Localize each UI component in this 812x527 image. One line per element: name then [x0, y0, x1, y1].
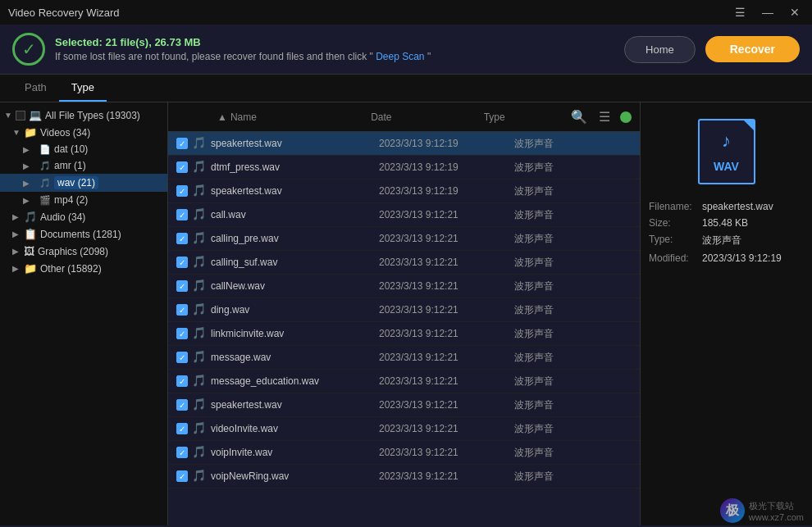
- file-type-icon: 📄: [39, 144, 51, 155]
- file-checkbox[interactable]: ✓: [176, 304, 188, 316]
- file-type: 波形声音: [514, 303, 613, 317]
- expand-icon[interactable]: ▶: [23, 145, 31, 154]
- window-controls: ☰ — ✕: [731, 4, 804, 20]
- expand-icon[interactable]: ▶: [23, 196, 31, 205]
- filename-label: Filename:: [649, 201, 702, 212]
- expand-icon[interactable]: ▶: [12, 247, 21, 256]
- file-checkbox[interactable]: ✓: [176, 447, 188, 458]
- type-label: Type:: [649, 234, 702, 248]
- table-row[interactable]: ✓🎵message_education.wav2023/3/13 9:12:21…: [168, 370, 640, 393]
- recover-button[interactable]: Recover: [705, 36, 800, 62]
- tab-type[interactable]: Type: [59, 75, 107, 102]
- table-row[interactable]: ✓🎵calling_suf.wav2023/3/13 9:12:21波形声音: [168, 251, 640, 275]
- expand-icon[interactable]: ▶: [23, 179, 31, 188]
- tree-item-label: dat (10): [54, 143, 88, 155]
- file-preview-icon: ♪ WAV: [698, 119, 755, 184]
- table-row[interactable]: ✓🎵linkmicinvite.wav2023/3/13 9:12:21波形声音: [168, 322, 640, 346]
- table-row[interactable]: ✓🎵calling_pre.wav2023/3/13 9:12:21波形声音: [168, 227, 640, 251]
- folder-icon: 📁: [24, 126, 37, 139]
- expand-icon[interactable]: ▶: [12, 264, 21, 273]
- file-checkbox[interactable]: ✓: [176, 161, 188, 173]
- tree-item-2[interactable]: ▶📄dat (10): [0, 141, 167, 157]
- file-date: 2023/3/13 9:12:21: [379, 352, 510, 363]
- file-checkbox[interactable]: ✓: [176, 233, 188, 244]
- file-checkbox[interactable]: ✓: [176, 209, 188, 220]
- table-row[interactable]: ✓🎵voipNewRing.wav2023/3/13 9:12:21波形声音: [168, 465, 640, 488]
- expand-icon[interactable]: ▶: [12, 229, 21, 239]
- file-checkbox[interactable]: ✓: [176, 470, 188, 482]
- tree-item-label: Documents (1281): [40, 229, 121, 240]
- file-checkbox[interactable]: ✓: [176, 399, 188, 411]
- expand-icon[interactable]: ▼: [4, 111, 12, 120]
- info-modified-row: Modified: 2023/3/13 9:12:19: [649, 252, 804, 264]
- file-name: message.wav: [211, 352, 375, 363]
- file-date: 2023/3/13 9:12:21: [379, 209, 510, 220]
- tree-item-7[interactable]: ▶📋Documents (1281): [0, 225, 167, 243]
- tree-item-1[interactable]: ▼📁Videos (34): [0, 124, 167, 141]
- file-type: 波形声音: [514, 232, 613, 246]
- tab-path[interactable]: Path: [12, 75, 59, 102]
- file-name: call.wav: [211, 209, 375, 220]
- file-date: 2023/3/13 9:12:21: [379, 399, 510, 411]
- file-checkbox[interactable]: ✓: [176, 352, 188, 363]
- table-row[interactable]: ✓🎵voipInvite.wav2023/3/13 9:12:21波形声音: [168, 441, 640, 465]
- tree-item-4[interactable]: ▶🎵wav (21): [0, 174, 167, 192]
- table-row[interactable]: ✓🎵message.wav2023/3/13 9:12:21波形声音: [168, 346, 640, 370]
- deep-scan-link[interactable]: Deep Scan: [376, 51, 424, 62]
- table-row[interactable]: ✓🎵speakertest.wav2023/3/13 9:12:19波形声音: [168, 179, 640, 203]
- file-info-table: Filename: speakertest.wav Size: 185.48 K…: [649, 201, 804, 269]
- home-button[interactable]: Home: [624, 36, 696, 63]
- tree-item-8[interactable]: ▶🖼Graphics (2098): [0, 243, 167, 260]
- tree-item-9[interactable]: ▶📁Other (15892): [0, 260, 167, 277]
- info-filename-row: Filename: speakertest.wav: [649, 201, 804, 212]
- success-icon: ✓: [12, 33, 45, 66]
- wav-file-icon: 🎵: [192, 302, 207, 317]
- expand-icon[interactable]: ▼: [12, 128, 21, 137]
- menu-icon[interactable]: ☰: [731, 4, 750, 20]
- table-row[interactable]: ✓🎵videoInvite.wav2023/3/13 9:12:21波形声音: [168, 417, 640, 441]
- list-view-icon[interactable]: ☰: [597, 107, 612, 126]
- tree-item-6[interactable]: ▶🎵Audio (34): [0, 208, 167, 225]
- tree-item-label: All File Types (19303): [45, 110, 140, 121]
- info-panel: ♪ WAV Filename: speakertest.wav Size: 18…: [640, 102, 812, 525]
- table-row[interactable]: ✓🎵callNew.wav2023/3/13 9:12:21波形声音: [168, 275, 640, 298]
- expand-icon[interactable]: ▶: [12, 212, 21, 221]
- file-checkbox[interactable]: ✓: [176, 375, 188, 387]
- file-panel: ▲ Name Date Type 🔍 ☰ ✓🎵speakertest.wav20…: [168, 102, 640, 525]
- tree-item-3[interactable]: ▶🎵amr (1): [0, 157, 167, 174]
- file-checkbox[interactable]: ✓: [176, 280, 188, 292]
- tree-item-5[interactable]: ▶🎬mp4 (2): [0, 192, 167, 208]
- file-name: dtmf_press.wav: [211, 161, 375, 173]
- file-date: 2023/3/13 9:12:21: [379, 447, 510, 458]
- file-checkbox[interactable]: ✓: [176, 423, 188, 434]
- table-row[interactable]: ✓🎵speakertest.wav2023/3/13 9:12:21波形声音: [168, 393, 640, 417]
- minimize-button[interactable]: —: [758, 4, 778, 20]
- watermark-text: 极光下载站 www.xz7.com: [749, 500, 804, 522]
- search-icon[interactable]: 🔍: [569, 107, 589, 126]
- tree-checkbox[interactable]: [16, 111, 25, 120]
- file-date: 2023/3/13 9:12:19: [379, 161, 510, 173]
- file-checkbox[interactable]: ✓: [176, 185, 188, 197]
- file-type: 波形声音: [514, 398, 613, 412]
- modified-label: Modified:: [649, 252, 702, 264]
- table-row[interactable]: ✓🎵speakertest.wav2023/3/13 9:12:19波形声音: [168, 132, 640, 156]
- table-row[interactable]: ✓🎵dtmf_press.wav2023/3/13 9:12:19波形声音: [168, 156, 640, 179]
- selected-count: Selected: 21 file(s), 26.73 MB: [55, 36, 431, 48]
- table-row[interactable]: ✓🎵ding.wav2023/3/13 9:12:21波形声音: [168, 298, 640, 322]
- file-checkbox[interactable]: ✓: [176, 257, 188, 268]
- file-date: 2023/3/13 9:12:21: [379, 257, 510, 268]
- file-type: 波形声音: [514, 256, 613, 270]
- table-row[interactable]: ✓🎵call.wav2023/3/13 9:12:21波形声音: [168, 203, 640, 227]
- computer-icon: 💻: [29, 109, 42, 121]
- file-rows-container: ✓🎵speakertest.wav2023/3/13 9:12:19波形声音✓🎵…: [168, 132, 640, 488]
- file-name: speakertest.wav: [211, 138, 375, 149]
- banner-left: ✓ Selected: 21 file(s), 26.73 MB If some…: [12, 33, 431, 66]
- tree-item-label: Other (15892): [40, 263, 102, 275]
- file-checkbox[interactable]: ✓: [176, 138, 188, 149]
- file-checkbox[interactable]: ✓: [176, 328, 188, 339]
- file-type: 波形声音: [514, 446, 613, 460]
- expand-icon[interactable]: ▶: [23, 161, 31, 170]
- status-indicator: [620, 111, 632, 123]
- close-button[interactable]: ✕: [786, 4, 804, 20]
- tree-item-0[interactable]: ▼💻All File Types (19303): [0, 107, 167, 124]
